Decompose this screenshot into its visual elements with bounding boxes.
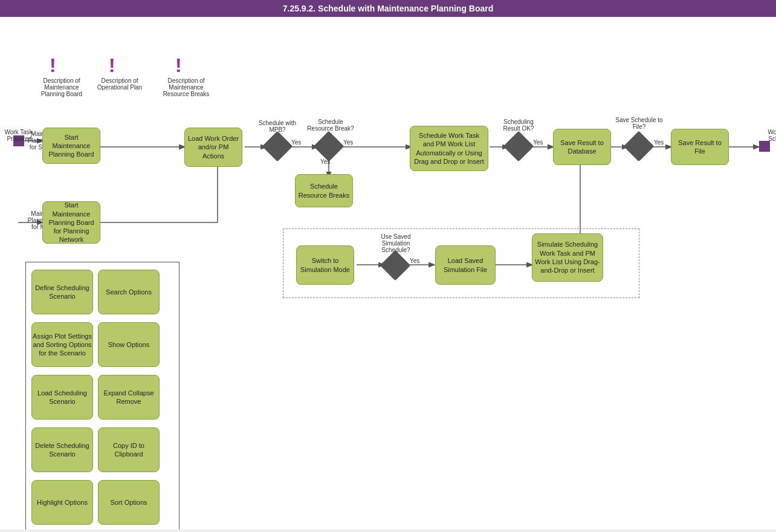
desc-3-label: Description of Maintenance Resource Brea… [162,77,210,97]
box-load-work-order[interactable]: Load Work Order and/or PM Actions [184,128,242,167]
title-bar: 7.25.9.2. Schedule with Maintenance Plan… [0,0,776,17]
box-save-database[interactable]: Save Result to Database [553,129,611,165]
q1-label: Schedule with MPB? [254,120,301,133]
desc-2-label: Description of Operational Plan [95,77,144,91]
box-start-mpb-network[interactable]: Start Maintenance Planning Board for Pla… [42,201,100,244]
btn-assign-plot[interactable]: Assign Plot Settings and Sorting Options… [31,322,93,367]
box-start-mpb[interactable]: Start Maintenance Planning Board [42,128,100,164]
btn-expand-collapse[interactable]: Expand Collapse Remove [98,375,160,420]
exclaim-2: ! [109,54,115,77]
q4-label: Save Schedule to File? [613,117,665,130]
btn-show-options[interactable]: Show Options [98,322,160,367]
q2-label: Schedule Resource Break? [307,118,354,132]
page-title: 7.25.9.2. Schedule with Maintenance Plan… [283,4,494,13]
diamond-q1 [262,131,293,162]
q2-yes: Yes [343,139,353,146]
btn-search-options[interactable]: Search Options [98,270,160,314]
btn-load-scheduling[interactable]: Load Scheduling Scenario [31,375,93,420]
btn-define-scheduling[interactable]: Define Scheduling Scenario [31,270,93,314]
btn-copy-id[interactable]: Copy ID to Clipboard [98,427,160,472]
simulation-group-border [283,229,639,298]
diamond-q2 [314,131,344,162]
q2-yes-down: Yes [320,158,330,165]
diamond-q4 [624,131,655,162]
end-square-right [759,141,770,152]
btn-highlight-options[interactable]: Highlight Options [31,480,93,525]
exclaim-3: ! [175,54,182,77]
box-schedule-work-task[interactable]: Schedule Work Task and PM Work List Auto… [410,126,488,171]
exclaim-1: ! [50,54,56,77]
q4-yes: Yes [654,139,664,146]
diamond-q3 [503,131,534,162]
desc-1-label: Description of Maintenance Planning Boar… [37,77,86,97]
btn-sort-options[interactable]: Sort Options [98,480,160,525]
box-schedule-breaks[interactable]: Schedule Resource Breaks [295,174,353,207]
q3-yes: Yes [533,139,543,146]
box-save-file[interactable]: Save Result to File [671,129,729,165]
work-task-scheduled-label: Work Task, Scheduled [761,129,776,142]
q3-label: Scheduling Result OK? [494,118,543,132]
btn-delete-scheduling[interactable]: Delete Scheduling Scenario [31,427,93,472]
q1-yes: Yes [291,139,301,146]
